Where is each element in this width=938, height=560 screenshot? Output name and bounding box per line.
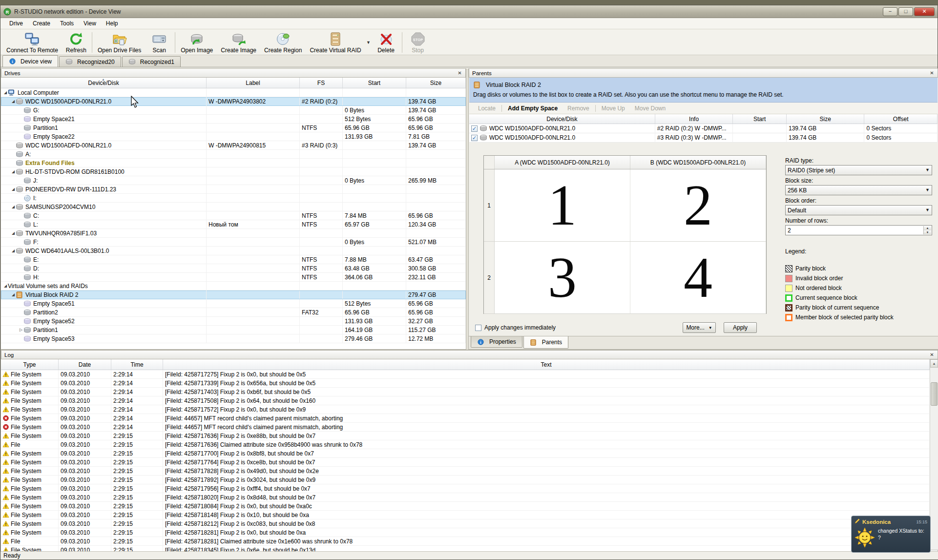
tab-parents[interactable]: Parents [523,336,568,349]
toolbar-button-create-virtual-raid[interactable]: Create Virtual RAID [306,30,365,55]
log-row[interactable]: File System09.03.20102:29:14[FileId: 425… [1,388,938,396]
tree-row[interactable]: ◢WDC WD1500ADFD-00NLR21.0W -DMWPA2490380… [1,97,466,106]
tree-row[interactable]: WDC WD1500ADFD-00NLR21.0W -DMWPA24900815… [1,141,466,150]
tree-row[interactable]: Empty Space51512 Bytes65.96 GB [1,299,466,308]
parents-column-header-offset[interactable]: Offset [864,114,938,124]
column-header-fs[interactable]: FS [300,78,343,88]
tree-row[interactable]: I: [1,194,466,203]
parents-column-header-devicedisk[interactable]: Device/Disk [469,114,655,124]
tree-row[interactable]: G:0 Bytes139.74 GB [1,106,466,115]
log-column-header-type[interactable]: Type [1,359,59,370]
tree-row[interactable]: Extra Found Files [1,159,466,167]
scrollbar-track[interactable] [930,368,938,550]
log-column-header-date[interactable]: Date [59,359,111,370]
tree-row[interactable]: Partition1NTFS65.96 GB65.96 GB [1,124,466,132]
log-row[interactable]: File System09.03.20102:29:15[FileId: 425… [1,511,938,519]
row-checkbox[interactable]: ✓ [471,135,478,141]
scroll-up-icon[interactable]: ▲ [930,359,938,368]
tree-row[interactable]: A: [1,150,466,159]
collapse-icon[interactable]: ◢ [11,292,16,297]
toolbar-button-stop[interactable]: STOPStop [404,30,432,55]
log-row[interactable]: File System09.03.20102:29:14[FileId: 446… [1,414,938,423]
log-column-header-text[interactable]: Text [163,359,930,370]
toolbar-button-create-region[interactable]: Create Region [260,30,306,55]
raid-block-cell[interactable]: 3 [495,242,630,313]
raid-type-select[interactable]: RAID0 (Stripe set)▼ [785,165,932,175]
log-row[interactable]: File09.03.20102:29:15[FileId: 4258717636… [1,440,938,449]
toolbar-button-open-image[interactable]: Open Image [177,30,217,55]
spin-down-icon[interactable]: ▼ [924,230,931,235]
action-move-down[interactable]: Move Down [630,104,670,113]
log-row[interactable]: File09.03.20102:29:15[FileId: 4258718281… [1,537,938,546]
action-locate[interactable]: Locate [473,104,500,113]
tree-row[interactable]: ◢SAMSUNGSP2004CVM10 [1,203,466,211]
tree-row[interactable]: J:0 Bytes265.99 MB [1,176,466,185]
tree-row[interactable]: ◢PIONEERDVD-RW DVR-111D1.23 [1,185,466,194]
log-column-header-time[interactable]: Time [111,359,163,370]
apply-changes-checkbox[interactable] [475,325,481,331]
collapse-icon[interactable]: ◢ [11,169,16,174]
action-remove[interactable]: Remove [563,104,594,113]
toolbar-button-connect-to-remote[interactable]: Connect To Remote [2,30,62,55]
log-row[interactable]: File System09.03.20102:29:15[FileId: 425… [1,432,938,440]
tree-row[interactable]: Partition2FAT3265.96 GB65.96 GB [1,308,466,317]
tree-row[interactable]: ◢Local Computer [1,88,466,97]
tree-row[interactable]: Empty Space21512 Bytes65.96 GB [1,115,466,124]
parents-table-row[interactable]: ✓WDC WD1500ADFD-00NLR21.0#3 RAID (0:3) W… [469,133,938,143]
more-button[interactable]: More... ▼ [683,322,716,333]
maximize-button[interactable]: □ [898,7,913,16]
tree-row[interactable]: ◢TWVUNHQR09A785IF1.03 [1,229,466,238]
toolbar-button-scan[interactable]: Scan [145,30,173,55]
row-checkbox[interactable]: ✓ [471,125,478,132]
tree-row[interactable]: C:NTFS7.84 MB65.96 GB [1,211,466,220]
menu-item-drive[interactable]: Drive [4,19,28,28]
tree-row[interactable]: D:NTFS63.48 GB300.58 GB [1,264,466,273]
log-row[interactable]: File System09.03.20102:29:15[FileId: 425… [1,502,938,511]
log-row[interactable]: File System09.03.20102:29:14[FileId: 446… [1,423,938,432]
tab-recognized1[interactable]: Recognized1 [122,56,181,67]
block-order-select[interactable]: Default▼ [785,205,932,215]
toolbar-button-refresh[interactable]: Refresh [62,30,90,55]
close-button[interactable]: ✕ [914,7,935,16]
apply-button[interactable]: Apply [724,322,757,333]
collapse-icon[interactable]: ◢ [11,231,16,235]
log-row[interactable]: File System09.03.20102:29:15[FileId: 425… [1,519,938,528]
expand-icon[interactable]: ▷ [19,328,23,332]
collapse-icon[interactable]: ◢ [11,205,16,209]
tree-row[interactable]: ◢WDC WD6401AALS-00L3B01.0 [1,247,466,255]
toolbar-button-open-drive-files[interactable]: Open Drive Files [94,30,145,55]
log-row[interactable]: File System09.03.20102:29:15[FileId: 425… [1,484,938,493]
collapse-icon[interactable]: ◢ [11,249,16,253]
tree-row[interactable]: ◢Virtual Block RAID 2279.47 GB [1,290,466,299]
spinner-buttons[interactable]: ▲▼ [923,226,931,234]
tree-row[interactable]: Empty Space52131.93 GB32.27 GB [1,317,466,326]
close-icon[interactable]: ✕ [928,352,936,358]
log-row[interactable]: File System09.03.20102:29:15[FileId: 425… [1,458,938,467]
parents-table-row[interactable]: ✓WDC WD1500ADFD-00NLR21.0#2 RAID (0:2) W… [469,124,938,133]
menu-item-help[interactable]: Help [101,19,123,28]
action-move-up[interactable]: Move Up [597,104,630,113]
tree-row[interactable]: H:NTFS364.06 GB232.11 GB [1,273,466,282]
toolbar-button-delete[interactable]: Delete [372,30,400,55]
tree-row[interactable]: F:0 Bytes521.07 MB [1,238,466,247]
log-row[interactable]: File System09.03.20102:29:14[FileId: 425… [1,396,938,405]
action-add-empty-space[interactable]: Add Empty Space [503,104,563,113]
menu-item-view[interactable]: View [79,19,101,28]
close-icon[interactable]: ✕ [928,70,936,77]
toolbar-button-create-image[interactable]: Create Image [217,30,260,55]
column-header-label[interactable]: Label [207,78,300,88]
parents-column-header-start[interactable]: Start [733,114,787,124]
parents-column-header-size[interactable]: Size [787,114,865,124]
minimize-button[interactable]: − [883,7,897,16]
collapse-icon[interactable]: ◢ [3,284,8,288]
number-of-rows-input[interactable]: 2▲▼ [785,225,932,235]
tab-recognized20[interactable]: Recognized20 [59,56,121,67]
tree-row[interactable]: E:NTFS7.88 MB63.47 GB [1,255,466,264]
messenger-notification[interactable]: Ksedonica 15:15 changed XStatus to: ? [851,516,931,553]
tree-row[interactable]: ◢Virtual Volume sets and RAIDs [1,282,466,290]
raid-block-cell[interactable]: 2 [630,169,766,241]
collapse-icon[interactable]: ◢ [11,99,16,104]
spin-up-icon[interactable]: ▲ [924,226,931,230]
chevron-down-icon[interactable]: ▼ [365,30,372,55]
log-row[interactable]: File System09.03.20102:29:15[FileId: 425… [1,528,938,537]
